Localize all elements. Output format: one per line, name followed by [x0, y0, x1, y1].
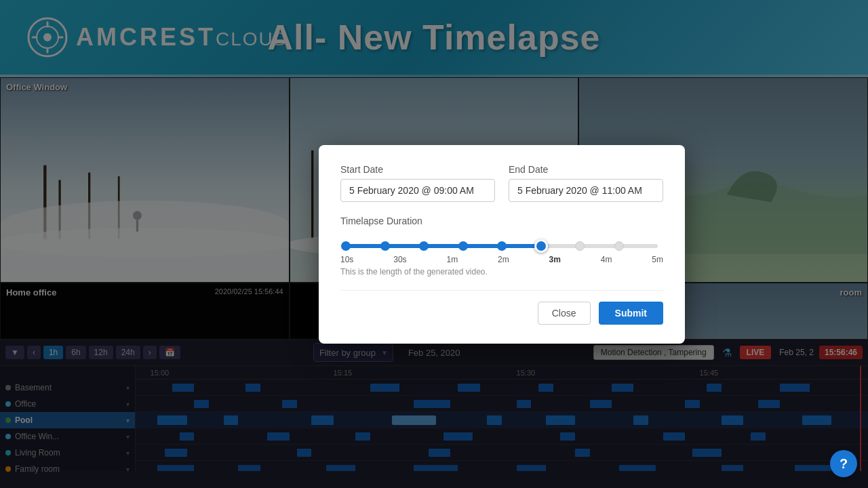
slider-dot-2m[interactable]: [458, 241, 468, 251]
duration-hint: This is the length of the generated vide…: [340, 267, 663, 277]
slider-dot-4m[interactable]: [575, 241, 585, 251]
slider-filled: [346, 244, 541, 248]
slider-area: 10s 30s 1m 2m 3m 4m 5m: [340, 237, 663, 264]
submit-button[interactable]: Submit: [599, 302, 663, 325]
label-30s: 30s: [393, 255, 406, 264]
start-date-label: Start Date: [340, 164, 495, 175]
end-date-label: End Date: [509, 164, 663, 175]
slider-dot-3m[interactable]: [497, 241, 507, 251]
close-button[interactable]: Close: [538, 302, 591, 325]
label-5m: 5m: [652, 255, 663, 264]
label-3m: 3m: [549, 255, 561, 264]
modal-footer: Close Submit: [340, 290, 663, 325]
label-2m: 2m: [498, 255, 509, 264]
help-button[interactable]: ?: [830, 450, 857, 477]
slider-thumb[interactable]: [534, 239, 548, 253]
slider-dot-5m[interactable]: [614, 241, 624, 251]
end-date-field: End Date: [509, 164, 663, 202]
date-row: Start Date End Date: [340, 164, 663, 202]
label-10s: 10s: [340, 255, 353, 264]
start-date-field: Start Date: [340, 164, 495, 202]
timelapse-modal: Start Date End Date Timelapse Duration: [319, 145, 685, 344]
start-date-input[interactable]: [340, 179, 495, 202]
duration-section: Timelapse Duration: [340, 216, 663, 277]
label-1m: 1m: [446, 255, 458, 264]
slider-dot-1m[interactable]: [419, 241, 429, 251]
end-date-input[interactable]: [509, 179, 663, 202]
duration-label: Timelapse Duration: [340, 216, 663, 226]
modal-overlay: Start Date End Date Timelapse Duration: [0, 0, 868, 488]
slider-dot-30s[interactable]: [380, 241, 390, 251]
label-4m: 4m: [601, 255, 612, 264]
slider-dot-10s[interactable]: [341, 241, 351, 251]
slider-track-bg: [346, 244, 658, 248]
slider-labels: 10s 30s 1m 2m 3m 4m 5m: [340, 255, 663, 264]
